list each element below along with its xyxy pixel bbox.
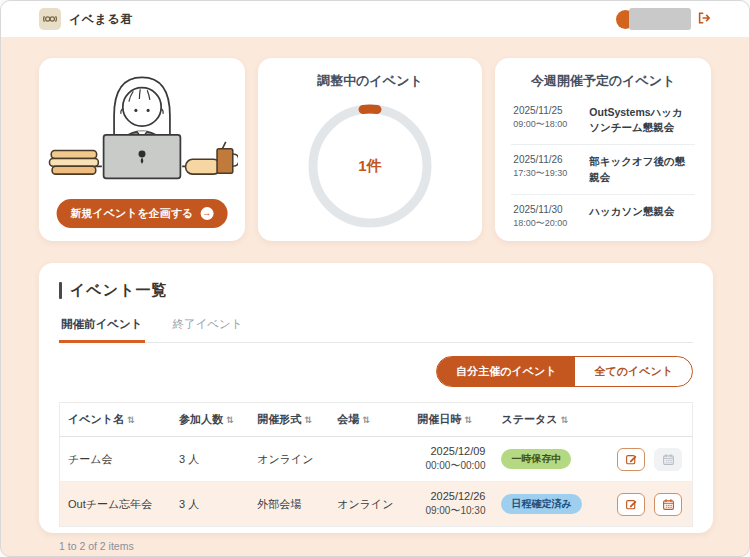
column-header[interactable]: 会場⇅ (329, 403, 409, 437)
cell-participants: 3 人 (171, 437, 249, 482)
sort-icon: ⇅ (226, 415, 234, 425)
edit-pencil-icon (625, 453, 638, 466)
event-list-title: イベント一覧 (70, 281, 167, 300)
main-content: 新規イベントを企画する → 調整中のイベント 1件 今週開催予定のイベント (1, 37, 749, 533)
logout-icon (697, 11, 711, 28)
cell-participants: 3 人 (171, 482, 249, 527)
adjusting-events-card: 調整中のイベント 1件 (258, 58, 483, 241)
cell-status: 日程確定済み (493, 482, 600, 527)
column-label: 会場 (337, 413, 359, 425)
column-header-actions (600, 403, 692, 437)
event-list-card: イベント一覧 開催前イベント終了イベント 自分主催のイベント全てのイベント イベ… (39, 263, 713, 533)
status-badge: 一時保存中 (501, 449, 571, 469)
event-date: 2025/12/26 (417, 490, 485, 502)
upcoming-event-item: 2025/11/2509:00〜18:00OutSystemsハッカソンチーム懇… (511, 96, 695, 145)
dashboard-cards-row: 新規イベントを企画する → 調整中のイベント 1件 今週開催予定のイベント (39, 58, 711, 241)
table-row: Outチーム忘年会3 人外部会場オンライン2025/12/2609:00〜10:… (60, 482, 693, 527)
column-label: 参加人数 (179, 413, 223, 425)
event-list-tabs: 開催前イベント終了イベント (59, 317, 693, 343)
column-label: イベント名 (68, 413, 124, 425)
plan-event-card: 新規イベントを企画する → (39, 58, 245, 241)
event-date: 2025/11/30 (513, 204, 579, 215)
event-when: 2025/11/2617:30〜19:30 (513, 154, 579, 184)
create-event-button-label: 新規イベントを企画する (70, 206, 193, 221)
tab-active[interactable]: 開催前イベント (59, 317, 145, 343)
filter-segment[interactable]: 自分主催のイベント (437, 357, 575, 386)
column-header[interactable]: イベント名⇅ (60, 403, 172, 437)
sort-icon: ⇅ (362, 415, 370, 425)
user-area (616, 8, 711, 30)
event-date: 2025/11/25 (513, 105, 579, 116)
upcoming-event-item: 2025/11/3018:00〜20:00ハッカソン懇親会 (511, 195, 695, 239)
title-bar-decoration (59, 282, 62, 299)
app-logo-goggles-icon (39, 8, 61, 30)
events-table: イベント名⇅参加人数⇅開催形式⇅会場⇅開催日時⇅ステータス⇅ チーム会3 人オン… (59, 402, 693, 527)
table-row: チーム会3 人オンライン2025/12/0900:00〜00:00一時保存中 (60, 437, 693, 482)
column-header[interactable]: 参加人数⇅ (171, 403, 249, 437)
calendar-event-button (654, 448, 682, 471)
event-time: 09:00〜18:00 (513, 118, 579, 131)
upcoming-events-card: 今週開催予定のイベント 2025/11/2509:00〜18:00OutSyst… (495, 58, 711, 241)
pagination-status: 1 to 2 of 2 items (59, 540, 693, 552)
sort-icon: ⇅ (127, 415, 135, 425)
cell-format: オンライン (249, 437, 329, 482)
adjusting-count-label: 1件 (304, 100, 436, 232)
event-date: 2025/12/09 (417, 445, 485, 457)
upcoming-event-item: 2025/11/2617:30〜19:30部キックオフ後の懇親会 (511, 145, 695, 194)
column-label: ステータス (501, 413, 557, 425)
arrow-right-icon: → (200, 207, 213, 220)
calendar-event-button[interactable] (654, 493, 682, 516)
event-time: 09:00〜10:30 (417, 504, 485, 518)
sort-icon: ⇅ (561, 415, 569, 425)
column-label: 開催形式 (257, 413, 301, 425)
ownership-filter-toggle: 自分主催のイベント全てのイベント (436, 356, 693, 387)
username-redacted (629, 8, 691, 30)
event-title: ハッカソン懇親会 (589, 204, 674, 230)
column-header[interactable]: ステータス⇅ (493, 403, 600, 437)
adjusting-donut-chart: 1件 (304, 100, 436, 232)
events-table-header-row: イベント名⇅参加人数⇅開催形式⇅会場⇅開催日時⇅ステータス⇅ (60, 403, 693, 437)
column-label: 開催日時 (417, 413, 461, 425)
cell-format: 外部会場 (249, 482, 329, 527)
adjusting-card-title: 調整中のイベント (258, 58, 483, 90)
cell-status: 一時保存中 (493, 437, 600, 482)
cell-event-name: Outチーム忘年会 (60, 482, 172, 527)
cell-venue (329, 437, 409, 482)
actions-group (608, 493, 684, 516)
event-time: 00:00〜00:00 (417, 459, 485, 473)
column-header[interactable]: 開催形式⇅ (249, 403, 329, 437)
top-bar: イベまる君 (1, 1, 749, 37)
cell-venue: オンライン (329, 482, 409, 527)
edit-pencil-icon (625, 498, 638, 511)
cell-event-name: チーム会 (60, 437, 172, 482)
girl-laptop-illustration (46, 66, 238, 192)
calendar-icon (662, 453, 675, 466)
create-event-button[interactable]: 新規イベントを企画する → (56, 199, 227, 228)
column-header[interactable]: 開催日時⇅ (409, 403, 493, 437)
filter-segment[interactable]: 全てのイベント (575, 357, 692, 386)
event-time: 17:30〜19:30 (513, 167, 579, 180)
logout-button[interactable] (697, 11, 711, 28)
edit-event-button[interactable] (617, 448, 645, 471)
filter-row: 自分主催のイベント全てのイベント (59, 356, 693, 387)
app-title: イベまる君 (69, 11, 133, 28)
event-list-header: イベント一覧 (59, 281, 693, 300)
sort-icon: ⇅ (464, 415, 472, 425)
cell-datetime: 2025/12/0900:00〜00:00 (409, 437, 493, 482)
tab-inactive[interactable]: 終了イベント (171, 317, 245, 342)
event-title: 部キックオフ後の懇親会 (589, 154, 693, 184)
event-time: 18:00〜20:00 (513, 217, 579, 230)
upcoming-events-list: 2025/11/2509:00〜18:00OutSystemsハッカソンチーム懇… (495, 90, 711, 239)
event-when: 2025/11/3018:00〜20:00 (513, 204, 579, 230)
event-date: 2025/11/26 (513, 154, 579, 165)
event-title: OutSystemsハッカソンチーム懇親会 (589, 105, 693, 135)
status-badge: 日程確定済み (501, 494, 581, 514)
events-table-head: イベント名⇅参加人数⇅開催形式⇅会場⇅開催日時⇅ステータス⇅ (60, 403, 693, 437)
edit-event-button[interactable] (617, 493, 645, 516)
cell-actions (600, 482, 692, 527)
app-window: イベまる君 (0, 0, 750, 557)
cell-actions (600, 437, 692, 482)
event-when: 2025/11/2509:00〜18:00 (513, 105, 579, 135)
brand: イベまる君 (39, 8, 133, 30)
cell-datetime: 2025/12/2609:00〜10:30 (409, 482, 493, 527)
